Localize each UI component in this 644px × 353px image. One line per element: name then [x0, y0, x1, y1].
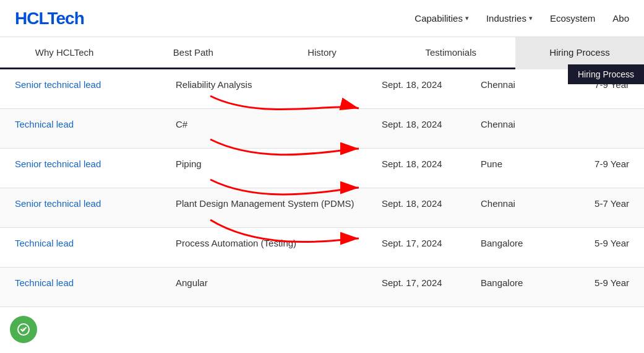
- table-row: Technical lead Process Automation (Testi…: [0, 228, 644, 268]
- subnav-testimonials[interactable]: Testimonials: [387, 37, 515, 69]
- job-title-cell: Senior technical lead: [15, 159, 176, 178]
- job-exp-cell: 7-9 Year: [567, 159, 629, 178]
- job-skill-cell: Piping: [176, 159, 382, 178]
- job-exp-cell: 5-7 Year: [567, 198, 629, 217]
- job-date-text: Sept. 17, 2024: [382, 238, 442, 248]
- job-date-cell: Sept. 18, 2024: [382, 79, 481, 98]
- nav-links: Capabilities ▾ Industries ▾ Ecosystem Ab…: [414, 13, 629, 24]
- sub-nav: Why HCLTech Best Path History Testimonia…: [0, 37, 644, 69]
- job-skill-text: Angular: [176, 277, 208, 288]
- job-skill-text: Process Automation (Testing): [176, 238, 296, 248]
- top-nav: HCLTech Capabilities ▾ Industries ▾ Ecos…: [0, 0, 644, 37]
- job-date-text: Sept. 18, 2024: [382, 159, 442, 169]
- job-exp-text: 5-9 Year: [595, 277, 629, 288]
- logo[interactable]: HCLTech: [15, 9, 84, 28]
- table-row: Senior technical lead Piping Sept. 18, 2…: [0, 149, 644, 188]
- job-date-text: Sept. 18, 2024: [382, 79, 442, 90]
- job-title-link[interactable]: Senior technical lead: [15, 198, 101, 209]
- job-exp-cell: 5-9 Year: [567, 277, 629, 297]
- job-exp-text: 7-9 Year: [595, 159, 629, 169]
- chevron-down-icon: ▾: [465, 14, 469, 22]
- nav-capabilities[interactable]: Capabilities ▾: [414, 13, 469, 24]
- job-exp-text: 5-7 Year: [595, 198, 629, 209]
- job-date-cell: Sept. 17, 2024: [382, 277, 481, 297]
- job-skill-text: C#: [176, 119, 187, 129]
- hiring-process-tooltip: Hiring Process: [568, 64, 644, 84]
- job-skill-cell: Angular: [176, 277, 382, 297]
- job-exp-text: 5-9 Year: [595, 238, 629, 248]
- job-location-text: Pune: [481, 159, 502, 169]
- job-skill-cell: Process Automation (Testing): [176, 238, 382, 257]
- nav-industries-label: Industries: [486, 13, 526, 24]
- job-date-cell: Sept. 17, 2024: [382, 238, 481, 257]
- subnav-why-hcltech[interactable]: Why HCLTech: [0, 37, 129, 69]
- subnav-best-path[interactable]: Best Path: [129, 37, 257, 69]
- table-row: Senior technical lead Plant Design Manag…: [0, 188, 644, 228]
- job-location-cell: Chennai: [481, 119, 567, 138]
- job-location-cell: Bangalore: [481, 277, 567, 297]
- job-skill-text: Plant Design Management System (PDMS): [176, 198, 354, 209]
- job-location-cell: Bangalore: [481, 238, 567, 257]
- job-location-text: Bangalore: [481, 277, 523, 288]
- job-exp-cell: [567, 119, 629, 138]
- job-date-text: Sept. 17, 2024: [382, 277, 442, 288]
- nav-capabilities-label: Capabilities: [414, 13, 463, 24]
- subnav-hiring-process[interactable]: Hiring Process Hiring Process: [515, 37, 644, 69]
- job-title-link[interactable]: Senior technical lead: [15, 79, 101, 90]
- job-location-text: Bangalore: [481, 238, 523, 248]
- subnav-history[interactable]: History: [257, 37, 386, 69]
- job-title-cell: Technical lead: [15, 119, 176, 138]
- job-date-cell: Sept. 18, 2024: [382, 159, 481, 178]
- table-row: Technical lead Angular Sept. 17, 2024 Ba…: [0, 268, 644, 307]
- job-exp-cell: 5-9 Year: [567, 238, 629, 257]
- nav-ecosystem[interactable]: Ecosystem: [550, 13, 595, 24]
- chevron-down-icon: ▾: [529, 14, 533, 22]
- job-location-text: Chennai: [481, 119, 515, 129]
- job-skill-cell: Plant Design Management System (PDMS): [176, 198, 382, 217]
- job-location-text: Chennai: [481, 79, 515, 90]
- job-location-cell: Pune: [481, 159, 567, 178]
- job-title-link[interactable]: Technical lead: [15, 119, 74, 129]
- job-skill-text: Reliability Analysis: [176, 79, 252, 90]
- job-title-cell: Senior technical lead: [15, 198, 176, 217]
- job-title-cell: Technical lead: [15, 238, 176, 257]
- job-title-link[interactable]: Senior technical lead: [15, 159, 101, 169]
- nav-about[interactable]: Abo: [612, 13, 629, 24]
- nav-ecosystem-label: Ecosystem: [550, 13, 595, 24]
- job-date-cell: Sept. 18, 2024: [382, 198, 481, 217]
- job-date-text: Sept. 18, 2024: [382, 119, 442, 129]
- job-date-cell: Sept. 18, 2024: [382, 119, 481, 138]
- job-skill-cell: C#: [176, 119, 382, 138]
- job-skill-text: Piping: [176, 159, 202, 169]
- jobs-table: Senior technical lead Reliability Analys…: [0, 69, 644, 307]
- job-title-cell: Senior technical lead: [15, 79, 176, 98]
- nav-industries[interactable]: Industries ▾: [486, 13, 533, 24]
- job-title-cell: Technical lead: [15, 277, 176, 297]
- job-location-text: Chennai: [481, 198, 515, 209]
- job-location-cell: Chennai: [481, 79, 567, 98]
- job-title-link[interactable]: Technical lead: [15, 238, 74, 248]
- nav-about-label: Abo: [612, 13, 629, 24]
- job-location-cell: Chennai: [481, 198, 567, 217]
- job-date-text: Sept. 18, 2024: [382, 198, 442, 209]
- table-row: Senior technical lead Reliability Analys…: [0, 69, 644, 109]
- job-skill-cell: Reliability Analysis: [176, 79, 382, 98]
- job-title-link[interactable]: Technical lead: [15, 277, 74, 288]
- table-row: Technical lead C# Sept. 18, 2024 Chennai: [0, 109, 644, 149]
